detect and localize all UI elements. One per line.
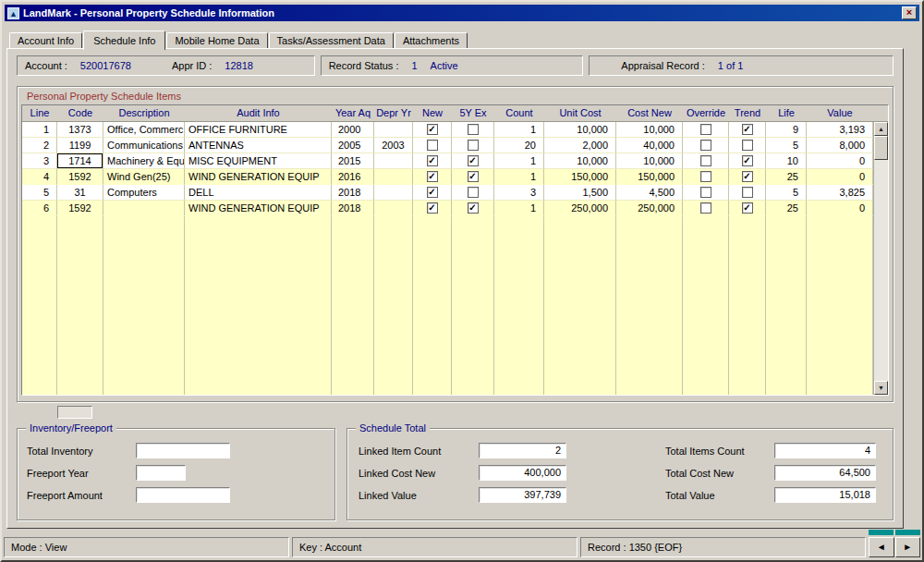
cell-unit-cost[interactable]: 10,000: [544, 122, 616, 138]
cell-cost-new[interactable]: 4,500: [616, 185, 683, 201]
five-y-ex-checkbox[interactable]: ✓: [468, 171, 479, 182]
tab-attachments[interactable]: Attachments: [395, 32, 468, 48]
cell-value[interactable]: 0: [807, 169, 873, 185]
cell-year-aq[interactable]: 2016: [332, 169, 374, 185]
linked-value-field[interactable]: 397,739: [479, 487, 566, 503]
cell-count[interactable]: 3: [494, 185, 544, 201]
cell-year-aq[interactable]: 2015: [332, 153, 374, 169]
cell-life[interactable]: 10: [766, 153, 807, 169]
cell-description[interactable]: Computers: [103, 185, 185, 201]
cell-override[interactable]: [683, 185, 729, 201]
freeport-year-field[interactable]: [136, 465, 186, 481]
cell-description[interactable]: Office, Commerc: [103, 122, 185, 138]
cell-depr-yr[interactable]: [374, 185, 413, 201]
override-checkbox[interactable]: [700, 140, 711, 151]
override-checkbox[interactable]: [700, 202, 711, 214]
new-checkbox[interactable]: ✓: [427, 202, 438, 214]
cell-audit-info[interactable]: OFFICE FURNITURE: [185, 122, 332, 138]
cell-life[interactable]: 25: [766, 169, 807, 185]
trend-checkbox[interactable]: [742, 140, 753, 151]
cell-value[interactable]: 3,825: [807, 185, 873, 201]
close-icon[interactable]: ×: [902, 6, 917, 19]
cell-cost-new[interactable]: 250,000: [616, 201, 683, 216]
cell-count[interactable]: 20: [494, 138, 544, 153]
cell-value[interactable]: 0: [807, 153, 873, 169]
override-checkbox[interactable]: [700, 155, 711, 166]
five-y-ex-checkbox[interactable]: [468, 140, 479, 151]
cell-year-aq[interactable]: 2018: [332, 185, 374, 201]
cell-life[interactable]: 25: [766, 201, 807, 216]
scroll-thumb[interactable]: [874, 136, 888, 160]
cell-count[interactable]: 1: [494, 153, 544, 169]
new-checkbox[interactable]: ✓: [427, 155, 438, 166]
five-y-ex-checkbox[interactable]: ✓: [468, 202, 479, 214]
cell-trend[interactable]: ✓: [729, 201, 766, 216]
cell-override[interactable]: [683, 122, 729, 138]
total-items-count-field[interactable]: 4: [774, 443, 876, 458]
cell-five-y-ex[interactable]: [452, 185, 494, 201]
cell-five-y-ex[interactable]: ✓: [452, 169, 494, 185]
cell-depr-yr[interactable]: [374, 201, 413, 216]
vertical-scrollbar[interactable]: ▲ ▼: [873, 122, 888, 395]
cell-count[interactable]: 1: [494, 169, 544, 185]
cell-audit-info[interactable]: DELL: [185, 185, 332, 201]
cell-code[interactable]: 1592: [57, 169, 103, 185]
cell-line[interactable]: 2: [22, 138, 57, 153]
cell-year-aq[interactable]: 2005: [332, 138, 374, 153]
new-checkbox[interactable]: [427, 140, 438, 151]
override-checkbox[interactable]: [700, 187, 711, 198]
cell-new[interactable]: ✓: [413, 122, 452, 138]
schedule-row-4[interactable]: 41592Wind Gen(25)WIND GENERATION EQUIP20…: [22, 169, 873, 185]
cell-description[interactable]: Machinery & Equ: [103, 153, 185, 169]
cell-line[interactable]: 3: [22, 153, 57, 169]
total-cost-new-field[interactable]: 64,500: [774, 465, 876, 481]
scroll-down-icon[interactable]: ▼: [874, 381, 888, 395]
cell-code[interactable]: 1592: [57, 201, 103, 216]
cell-value[interactable]: 0: [807, 201, 873, 216]
cell-audit-info[interactable]: WIND GENERATION EQUIP: [185, 169, 332, 185]
new-checkbox[interactable]: ✓: [427, 124, 438, 135]
tab-schedule-info[interactable]: Schedule Info: [83, 31, 165, 50]
cell-count[interactable]: 1: [494, 201, 544, 216]
cell-audit-info[interactable]: MISC EQUIPMENT: [185, 153, 332, 169]
cell-code[interactable]: 1714: [57, 153, 103, 169]
cell-five-y-ex[interactable]: ✓: [452, 153, 494, 169]
cell-new[interactable]: ✓: [413, 169, 452, 185]
cell-value[interactable]: 3,193: [807, 122, 873, 138]
cell-depr-yr[interactable]: [374, 169, 413, 185]
total-value-field[interactable]: 15,018: [774, 487, 876, 503]
cell-override[interactable]: [683, 201, 729, 216]
cell-count[interactable]: 1: [494, 122, 544, 138]
cell-depr-yr[interactable]: [374, 122, 413, 138]
cell-override[interactable]: [683, 153, 729, 169]
cell-code[interactable]: 1199: [57, 138, 103, 153]
cell-unit-cost[interactable]: 250,000: [544, 201, 616, 216]
override-checkbox[interactable]: [700, 171, 711, 182]
trend-checkbox[interactable]: ✓: [742, 155, 753, 166]
cell-code[interactable]: 31: [57, 185, 103, 201]
linked-item-count-field[interactable]: 2: [479, 443, 566, 458]
cell-new[interactable]: ✓: [413, 185, 452, 201]
cell-new[interactable]: [413, 138, 452, 153]
cell-five-y-ex[interactable]: [452, 138, 494, 153]
cell-year-aq[interactable]: 2018: [332, 201, 374, 216]
cell-code[interactable]: 1373: [57, 122, 103, 138]
cell-value[interactable]: 8,000: [807, 138, 873, 153]
trend-checkbox[interactable]: ✓: [742, 124, 753, 135]
cell-cost-new[interactable]: 10,000: [616, 122, 683, 138]
cell-trend[interactable]: ✓: [729, 153, 766, 169]
cell-override[interactable]: [683, 169, 729, 185]
cell-year-aq[interactable]: 2000: [332, 122, 374, 138]
new-checkbox[interactable]: ✓: [427, 171, 438, 182]
five-y-ex-checkbox[interactable]: [468, 124, 479, 135]
linked-cost-new-field[interactable]: 400,000: [479, 465, 566, 481]
cell-unit-cost[interactable]: 150,000: [544, 169, 616, 185]
cell-life[interactable]: 5: [766, 138, 807, 153]
scroll-track[interactable]: [874, 160, 888, 381]
cell-life[interactable]: 5: [766, 185, 807, 201]
cell-override[interactable]: [683, 138, 729, 153]
total-inventory-field[interactable]: [136, 443, 230, 458]
cell-cost-new[interactable]: 40,000: [616, 138, 683, 153]
cell-depr-yr[interactable]: [374, 153, 413, 169]
schedule-row-1[interactable]: 11373Office, CommercOFFICE FURNITURE2000…: [22, 122, 873, 138]
